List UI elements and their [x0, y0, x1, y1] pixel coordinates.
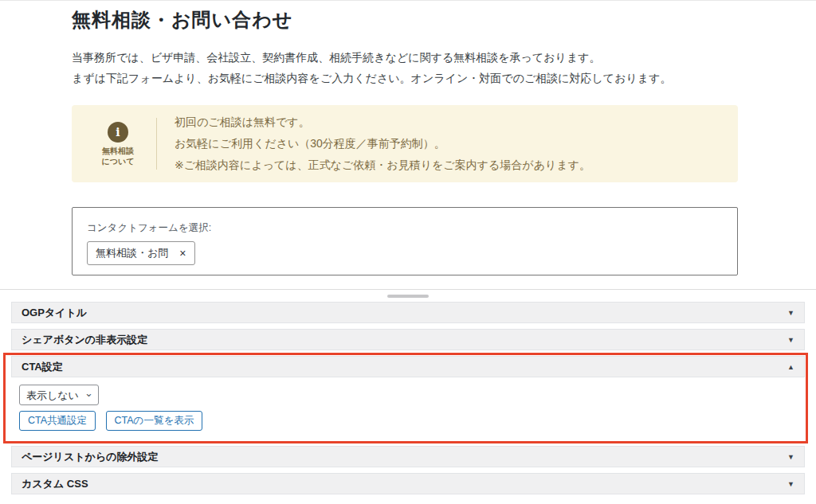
- info-box-label: 無料相談 について: [89, 146, 147, 166]
- chevron-up-icon: ▲: [787, 363, 794, 371]
- post-content-area: 無料相談・お問い合わせ 当事務所では、ビザ申請、会社設立、契約書作成、相続手続き…: [72, 1, 738, 275]
- selected-form-chip: 無料相談・お問 ×: [87, 241, 195, 265]
- editor-metabox-divider: [0, 289, 816, 302]
- cta-display-select[interactable]: 表示しない: [19, 385, 99, 405]
- panel-ogp-title[interactable]: OGPタイトル ▼: [11, 302, 805, 323]
- metabox-footer: ExUnit VK All in One Expansion Unit: [0, 500, 816, 504]
- info-icon: i: [108, 122, 128, 143]
- cta-settings-body: 表示しない ⌄ CTA共通設定 CTAの一覧を表示: [11, 377, 805, 440]
- contact-form-selector-block: コンタクトフォームを選択: 無料相談・お問 ×: [72, 207, 738, 275]
- info-box-icon-column: i 無料相談 について: [89, 122, 147, 166]
- cta-display-select-wrap: 表示しない ⌄: [19, 385, 99, 405]
- vertical-divider: [156, 118, 157, 170]
- selected-form-chip-text: 無料相談・お問: [96, 246, 168, 260]
- cta-common-settings-button[interactable]: CTA共通設定: [19, 411, 96, 431]
- panel-share-button-settings[interactable]: シェアボタンの非表示設定 ▼: [11, 329, 805, 350]
- chevron-down-icon: ▼: [787, 309, 794, 317]
- chevron-down-icon: ▼: [787, 336, 794, 344]
- chevron-down-icon: ▼: [787, 480, 794, 488]
- free-consultation-info-box: i 無料相談 について 初回のご相談は無料です。 お気軽にご利用ください（30分…: [72, 105, 738, 182]
- panel-custom-css[interactable]: カスタム CSS ▼: [11, 473, 805, 494]
- resize-drag-handle[interactable]: [387, 295, 429, 298]
- chip-close-icon[interactable]: ×: [179, 248, 186, 259]
- metabox-panel-list: OGPタイトル ▼ シェアボタンの非表示設定 ▼ CTA設定 ▲ 表示しない ⌄…: [0, 302, 816, 494]
- info-line-2: お気軽にご利用ください（30分程度／事前予約制）。: [175, 133, 590, 154]
- chevron-down-icon: ▼: [787, 453, 794, 461]
- info-line-3: ※ご相談内容によっては、正式なご依頼・お見積りをご案内する場合があります。: [175, 154, 590, 176]
- intro-paragraph: 当事務所では、ビザ申請、会社設立、契約書作成、相続手続きなどに関する無料相談を承…: [72, 47, 738, 88]
- cta-list-button[interactable]: CTAの一覧を表示: [106, 411, 203, 431]
- info-line-1: 初回のご相談は無料です。: [175, 111, 590, 133]
- panel-pagelist-exclusion[interactable]: ページリストからの除外設定 ▼: [11, 446, 805, 467]
- panel-cta-settings-group: CTA設定 ▲ 表示しない ⌄ CTA共通設定 CTAの一覧を表示: [11, 356, 805, 440]
- contact-form-selector-label: コンタクトフォームを選択:: [87, 221, 723, 235]
- intro-line-2: まずは下記フォームより、お気軽にご相談内容をご入力ください。オンライン・対面での…: [72, 68, 738, 88]
- page-title: 無料相談・お問い合わせ: [72, 7, 738, 33]
- cta-buttons-row: CTA共通設定 CTAの一覧を表示: [19, 411, 797, 431]
- panel-cta-settings-header[interactable]: CTA設定 ▲: [11, 356, 805, 377]
- intro-line-1: 当事務所では、ビザ申請、会社設立、契約書作成、相続手続きなどに関する無料相談を承…: [72, 47, 738, 68]
- info-box-text: 初回のご相談は無料です。 お気軽にご利用ください（30分程度／事前予約制）。 ※…: [175, 111, 590, 176]
